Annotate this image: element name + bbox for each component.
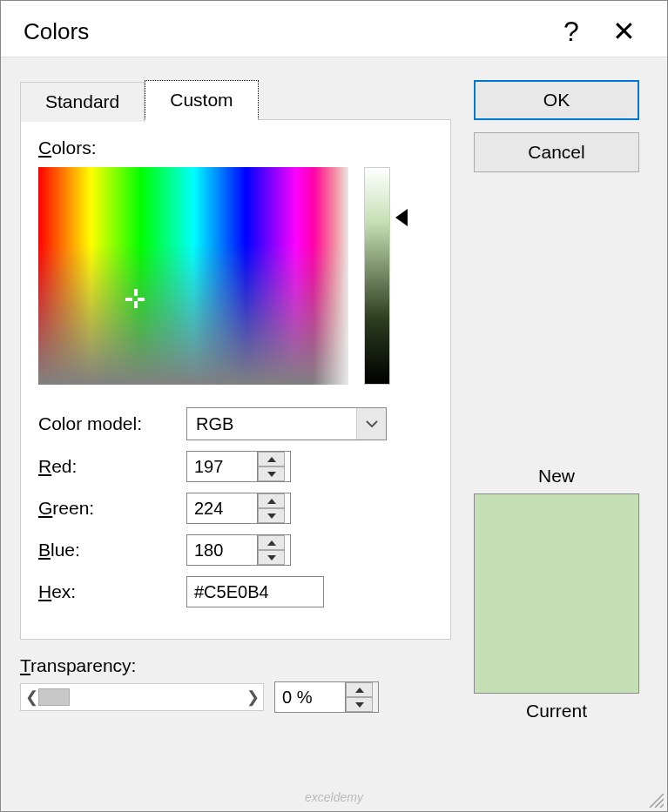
red-down-button[interactable] bbox=[258, 466, 285, 481]
color-model-label: Color model: bbox=[38, 413, 186, 434]
trans-up-button[interactable] bbox=[346, 682, 373, 697]
trans-down-button[interactable] bbox=[346, 697, 373, 712]
transparency-input[interactable] bbox=[275, 682, 345, 712]
transparency-label: Transparency: bbox=[20, 655, 451, 676]
resize-grip-icon[interactable] bbox=[644, 789, 664, 808]
close-button[interactable]: ✕ bbox=[597, 15, 650, 48]
tab-standard[interactable]: Standard bbox=[20, 82, 145, 122]
hex-input[interactable] bbox=[186, 576, 324, 607]
svg-line-2 bbox=[660, 804, 664, 808]
blue-down-button[interactable] bbox=[258, 550, 285, 565]
blue-label: Blue: bbox=[38, 540, 186, 560]
cancel-button[interactable]: Cancel bbox=[474, 132, 639, 172]
red-input[interactable] bbox=[187, 452, 257, 481]
slider-left-icon[interactable]: ❮ bbox=[24, 688, 38, 707]
red-label: Red: bbox=[38, 456, 186, 477]
green-label: Green: bbox=[38, 498, 186, 519]
hue-sat-picker[interactable] bbox=[38, 167, 348, 385]
help-button[interactable]: ? bbox=[545, 16, 597, 48]
new-color-label: New bbox=[465, 466, 648, 487]
transparency-slider[interactable]: ❮ ❯ bbox=[20, 683, 264, 711]
tab-custom[interactable]: Custom bbox=[145, 80, 258, 120]
blue-spinner[interactable] bbox=[186, 534, 291, 566]
green-down-button[interactable] bbox=[258, 508, 285, 523]
color-model-select[interactable]: RGB bbox=[186, 407, 387, 440]
slider-thumb[interactable] bbox=[38, 688, 70, 706]
blue-input[interactable] bbox=[187, 535, 257, 565]
color-preview-box bbox=[474, 493, 639, 694]
ok-button[interactable]: OK bbox=[474, 80, 639, 120]
green-up-button[interactable] bbox=[258, 493, 285, 508]
colors-field-label: Colors: bbox=[38, 138, 433, 158]
luminance-arrow-icon[interactable] bbox=[395, 209, 408, 226]
slider-right-icon[interactable]: ❯ bbox=[246, 688, 260, 707]
titlebar: Colors ? ✕ bbox=[1, 1, 667, 57]
tab-bar: Standard Custom bbox=[20, 80, 451, 120]
colors-dialog: Colors ? ✕ Standard Custom Colors: bbox=[0, 0, 668, 812]
dialog-title: Colors bbox=[24, 18, 545, 45]
custom-panel: Colors: Color m bbox=[20, 119, 451, 640]
new-color-swatch bbox=[475, 494, 638, 693]
current-color-label: Current bbox=[465, 701, 648, 721]
red-up-button[interactable] bbox=[258, 452, 285, 466]
hex-label: Hex: bbox=[38, 581, 186, 602]
transparency-spinner[interactable] bbox=[274, 681, 379, 713]
blue-up-button[interactable] bbox=[258, 535, 285, 550]
luminance-bar[interactable] bbox=[364, 167, 390, 385]
green-input[interactable] bbox=[187, 493, 257, 523]
watermark: exceldemy bbox=[305, 790, 363, 804]
green-spinner[interactable] bbox=[186, 493, 291, 524]
red-spinner[interactable] bbox=[186, 451, 291, 482]
